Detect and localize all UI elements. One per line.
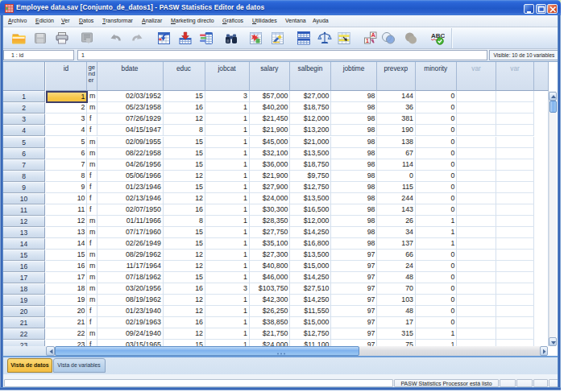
svg-text:1: 1 [366,38,369,43]
svg-text:A: A [371,31,375,39]
